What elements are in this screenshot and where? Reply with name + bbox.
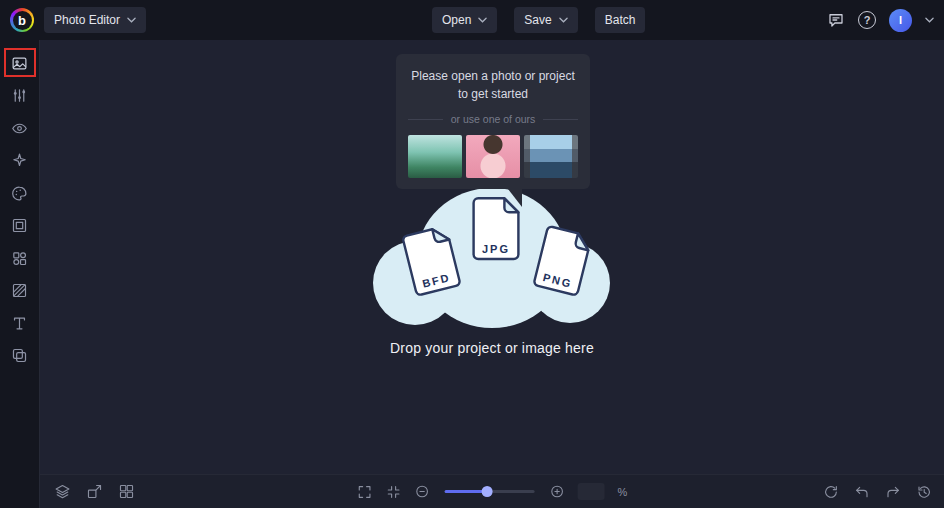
- zoom-slider-knob[interactable]: [481, 486, 492, 497]
- sidebar-item-image-manager[interactable]: [4, 47, 36, 80]
- sidebar-item-textures[interactable]: [4, 275, 36, 308]
- popover-divider-label: or use one of ours: [451, 113, 536, 125]
- eye-icon: [11, 120, 28, 137]
- dropzone-caption: Drop your project or image here: [40, 340, 944, 356]
- zoom-slider[interactable]: [445, 486, 535, 498]
- logo-letter: b: [13, 11, 32, 30]
- sidebar-item-edit[interactable]: [4, 80, 36, 113]
- effects-icon: [11, 152, 28, 169]
- adjust-icon: [11, 87, 28, 104]
- percent-label: %: [618, 486, 628, 498]
- reset-icon[interactable]: [823, 484, 839, 500]
- divider-line: [408, 119, 443, 120]
- feedback-comment-icon[interactable]: [827, 11, 845, 29]
- undo-icon[interactable]: [854, 484, 870, 500]
- tools-sidebar: [0, 40, 40, 508]
- portrait-sample-photo[interactable]: [466, 135, 520, 178]
- resize-canvas-icon[interactable]: [86, 483, 103, 500]
- sidebar-item-artsy[interactable]: [4, 177, 36, 210]
- van-sample-photo[interactable]: [408, 135, 462, 178]
- overlays-icon: [11, 250, 28, 267]
- canvas-area[interactable]: Please open a photo or project to get st…: [40, 40, 944, 474]
- popover-title: Please open a photo or project to get st…: [408, 67, 578, 103]
- get-started-popover: Please open a photo or project to get st…: [396, 54, 590, 189]
- popover-tail: [508, 189, 522, 207]
- sidebar-item-frames[interactable]: [4, 210, 36, 243]
- app-logo[interactable]: b: [10, 8, 34, 32]
- open-button[interactable]: Open: [432, 7, 497, 33]
- batch-label: Batch: [605, 13, 636, 27]
- image-icon: [11, 55, 28, 72]
- redo-icon[interactable]: [885, 484, 901, 500]
- canal-sample-photo[interactable]: [524, 135, 578, 178]
- help-icon[interactable]: ?: [858, 11, 876, 29]
- avatar[interactable]: I: [889, 9, 912, 32]
- fullscreen-icon[interactable]: [357, 484, 373, 500]
- sample-thumbnails: [408, 135, 578, 178]
- popover-divider: or use one of ours: [408, 113, 578, 125]
- sidebar-item-overlays[interactable]: [4, 242, 36, 275]
- sidebar-item-graphics[interactable]: [4, 340, 36, 373]
- save-button[interactable]: Save: [514, 7, 577, 33]
- fit-to-screen-icon[interactable]: [386, 484, 402, 500]
- zoom-slider-fill: [445, 490, 487, 493]
- app-menu-label: Photo Editor: [54, 13, 120, 27]
- open-label: Open: [442, 13, 471, 27]
- sidebar-item-touch-up[interactable]: [4, 112, 36, 145]
- sidebar-item-text[interactable]: [4, 307, 36, 340]
- save-label: Save: [524, 13, 551, 27]
- grid-view-icon[interactable]: [118, 483, 135, 500]
- layers-icon[interactable]: [54, 483, 71, 500]
- chevron-down-icon: [127, 17, 136, 23]
- chevron-down-icon: [478, 17, 487, 23]
- app-menu-button[interactable]: Photo Editor: [44, 7, 146, 33]
- zoom-in-icon[interactable]: [550, 484, 565, 499]
- text-icon: [11, 315, 28, 332]
- chevron-down-icon: [559, 17, 568, 23]
- graphics-icon: [11, 347, 28, 364]
- zoom-percent-input[interactable]: [578, 483, 605, 500]
- photo-editor-app: b Photo Editor Open Save: [0, 0, 944, 508]
- divider-line: [543, 119, 578, 120]
- sidebar-item-effects[interactable]: [4, 145, 36, 178]
- bottombar: %: [40, 474, 944, 508]
- batch-button[interactable]: Batch: [595, 7, 646, 33]
- account-chevron-down-icon[interactable]: [925, 17, 934, 23]
- frame-icon: [11, 217, 28, 234]
- history-icon[interactable]: [916, 484, 932, 500]
- zoom-out-icon[interactable]: [415, 484, 430, 499]
- topbar: b Photo Editor Open Save: [0, 0, 944, 40]
- palette-icon: [11, 185, 28, 202]
- file-label: JPG: [468, 243, 524, 255]
- texture-icon: [11, 282, 28, 299]
